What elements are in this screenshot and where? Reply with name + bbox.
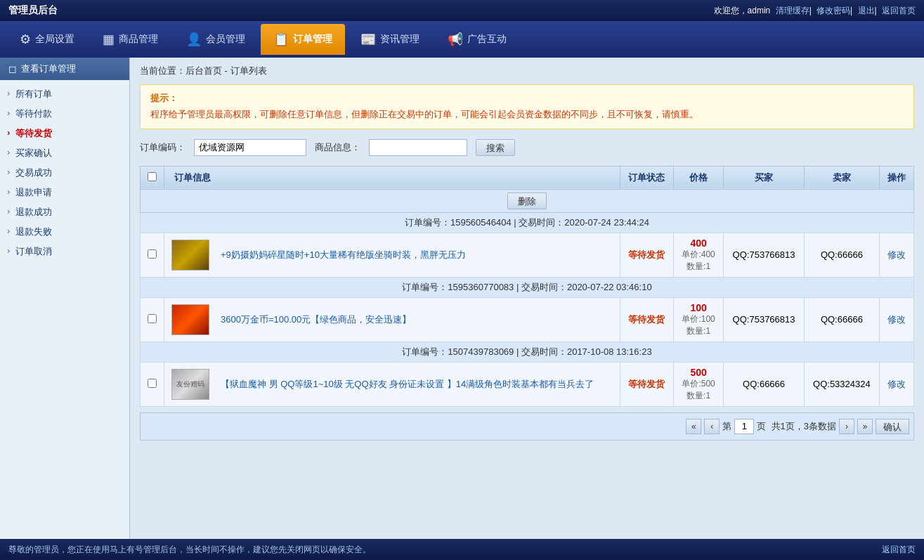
order-3-seller: QQ:53324324 bbox=[813, 379, 871, 389]
bottom-left-text: 尊敬的管理员，您正在使用马上有号管理后台，当长时间不操作，建议您先关闭网页以确保… bbox=[8, 544, 371, 556]
order-2-price: 100 bbox=[681, 302, 716, 313]
search-button[interactable]: 搜索 bbox=[476, 139, 515, 156]
order-2-edit-link[interactable]: 修改 bbox=[887, 314, 906, 325]
order-1-thumbnail bbox=[171, 240, 209, 271]
order-2-buyer-cell: QQ:753766813 bbox=[724, 297, 805, 341]
main-layout: ◻ 查看订单管理 所有订单 等待付款 等待发货 买家确认 交易成功 退款申请 退… bbox=[0, 58, 924, 539]
delete-button[interactable]: 删除 bbox=[507, 193, 547, 209]
nav-label-ad: 广告互动 bbox=[467, 33, 507, 46]
sidebar-item-refund-success[interactable]: 退款成功 bbox=[0, 202, 129, 222]
order-3-product-link[interactable]: 【狱血魔神 男 QQ等级1~10级 无QQ好友 身份证未设置 】14满级角色时装… bbox=[221, 378, 594, 391]
sidebar-item-all-orders[interactable]: 所有订单 bbox=[0, 84, 129, 104]
order-1-header-row: 订单编号：159560546404 | 交易时间：2020-07-24 23:4… bbox=[141, 212, 914, 233]
order-1-product-cell: +9奶摄奶妈碎星随时+10大量稀有绝版坐骑时装，黑胖无压力 bbox=[164, 233, 620, 277]
order-code-input[interactable] bbox=[194, 139, 306, 156]
page-total: 页 共1页，3条数据 bbox=[757, 420, 836, 433]
order-2-header-row: 订单编号：1595360770083 | 交易时间：2020-07-22 03:… bbox=[141, 277, 914, 297]
global-settings-icon: ⚙ bbox=[20, 32, 31, 47]
order-3-header-row: 订单编号：1507439783069 | 交易时间：2017-10-08 13:… bbox=[141, 341, 914, 362]
delete-btn-row: 删除 bbox=[141, 189, 914, 212]
page-label: 第 bbox=[722, 420, 731, 433]
breadcrumb: 当前位置：后台首页 - 订单列表 bbox=[140, 65, 914, 77]
nav-bar: ⚙ 全局设置 ▦ 商品管理 👤 会员管理 📋 订单管理 📰 资讯管理 📢 广告互… bbox=[0, 21, 924, 58]
col-checkbox bbox=[141, 166, 164, 189]
sidebar-item-buyer-confirm[interactable]: 买家确认 bbox=[0, 143, 129, 163]
nav-item-ad[interactable]: 📢 广告互动 bbox=[435, 24, 519, 55]
order-3-buyer-cell: QQ:66666 bbox=[724, 362, 805, 406]
order-2-status: 等待发货 bbox=[628, 314, 665, 325]
first-page-button[interactable]: « bbox=[686, 419, 701, 434]
order-1-quantity: 数量:1 bbox=[681, 261, 716, 273]
warning-text: 程序给予管理员最高权限，可删除任意订单信息，但删除正在交易中的订单，可能会引起会… bbox=[150, 108, 904, 122]
order-1-price-cell: 400 单价:400 数量:1 bbox=[673, 233, 723, 277]
goods-icon: ▦ bbox=[103, 32, 115, 47]
order-2-seller-cell: QQ:66666 bbox=[804, 297, 879, 341]
delete-row: 订单信息 订单状态 价格 买家 卖家 操作 删除 bbox=[140, 166, 914, 407]
welcome-text: 欢迎您，admin bbox=[714, 6, 771, 15]
sidebar-item-wait-ship[interactable]: 等待发货 bbox=[0, 124, 129, 143]
bottom-home-link[interactable]: 返回首页 bbox=[882, 544, 916, 556]
order-3-header-text: 订单编号：1507439783069 | 交易时间：2017-10-08 13:… bbox=[402, 346, 651, 357]
order-1-buyer-cell: QQ:753766813 bbox=[724, 233, 805, 277]
prev-page-button[interactable]: ‹ bbox=[704, 419, 720, 434]
order-3-status: 等待发货 bbox=[628, 379, 665, 389]
pagination-confirm-button[interactable]: 确认 bbox=[876, 419, 909, 434]
change-pwd-link[interactable]: 修改密码 bbox=[816, 6, 850, 15]
order-table: 订单信息 订单状态 价格 买家 卖家 操作 删除 bbox=[140, 166, 914, 407]
sidebar-item-wait-pay[interactable]: 等待付款 bbox=[0, 104, 129, 124]
logout-link[interactable]: 退出 bbox=[858, 6, 875, 15]
col-price: 价格 bbox=[673, 166, 723, 189]
ad-icon: 📢 bbox=[448, 32, 463, 47]
col-seller: 卖家 bbox=[804, 166, 879, 189]
order-3-checkbox[interactable] bbox=[148, 379, 157, 388]
nav-label-order: 订单管理 bbox=[293, 33, 332, 46]
sidebar: ◻ 查看订单管理 所有订单 等待付款 等待发货 买家确认 交易成功 退款申请 退… bbox=[0, 58, 130, 539]
page-number-input[interactable] bbox=[734, 419, 754, 434]
order-2-unit-price: 单价:100 bbox=[681, 313, 716, 325]
sidebar-item-refund-apply[interactable]: 退款申请 bbox=[0, 183, 129, 202]
order-2-product-cell: 3600万金币=100.00元【绿色商品，安全迅速】 bbox=[164, 297, 620, 341]
product-info-input[interactable] bbox=[369, 139, 467, 156]
nav-item-order[interactable]: 📋 订单管理 bbox=[261, 24, 345, 55]
order-1-edit-link[interactable]: 修改 bbox=[887, 249, 906, 260]
order-2-product-link[interactable]: 3600万金币=100.00元【绿色商品，安全迅速】 bbox=[221, 313, 411, 326]
order-3-checkbox-cell bbox=[141, 362, 164, 406]
nav-item-news[interactable]: 📰 资讯管理 bbox=[348, 24, 432, 55]
sidebar-item-refund-fail[interactable]: 退款失败 bbox=[0, 222, 129, 242]
col-buyer: 买家 bbox=[724, 166, 805, 189]
page-title: 管理员后台 bbox=[8, 4, 58, 17]
warning-title: 提示： bbox=[150, 92, 904, 105]
content-area: 当前位置：后台首页 - 订单列表 提示： 程序给予管理员最高权限，可删除任意订单… bbox=[130, 58, 924, 539]
last-page-button[interactable]: » bbox=[857, 419, 873, 434]
sidebar-item-trade-success[interactable]: 交易成功 bbox=[0, 163, 129, 183]
home-link[interactable]: 返回首页 bbox=[882, 6, 916, 15]
order-3-price: 500 bbox=[681, 367, 716, 378]
next-page-button[interactable]: › bbox=[839, 419, 854, 434]
sidebar-item-order-cancel[interactable]: 订单取消 bbox=[0, 242, 129, 261]
col-order-info: 订单信息 bbox=[164, 166, 620, 189]
order-1-product-link[interactable]: +9奶摄奶妈碎星随时+10大量稀有绝版坐骑时装，黑胖无压力 bbox=[221, 249, 466, 261]
order-3-price-cell: 500 单价:500 数量:1 bbox=[673, 362, 723, 406]
warning-box: 提示： 程序给予管理员最高权限，可删除任意订单信息，但删除正在交易中的订单，可能… bbox=[140, 84, 914, 129]
order-3-edit-link[interactable]: 修改 bbox=[887, 379, 906, 389]
order-2-thumbnail bbox=[171, 304, 209, 335]
order-2-buyer: QQ:753766813 bbox=[733, 314, 795, 325]
order-3-status-cell: 等待发货 bbox=[620, 362, 673, 406]
select-all-checkbox[interactable] bbox=[148, 172, 157, 181]
order-2-checkbox-cell bbox=[141, 297, 164, 341]
order-1-header-cell: 订单编号：159560546404 | 交易时间：2020-07-24 23:4… bbox=[141, 212, 914, 233]
top-links: 欢迎您，admin 清理缓存| 修改密码| 退出| 返回首页 bbox=[714, 5, 916, 17]
nav-item-goods[interactable]: ▦ 商品管理 bbox=[90, 24, 171, 55]
order-1-price: 400 bbox=[681, 237, 716, 249]
nav-item-global[interactable]: ⚙ 全局设置 bbox=[7, 24, 87, 55]
sidebar-header: ◻ 查看订单管理 bbox=[0, 58, 129, 80]
clear-cache-link[interactable]: 清理缓存 bbox=[776, 6, 809, 15]
order-2-checkbox[interactable] bbox=[148, 314, 157, 323]
order-1-checkbox[interactable] bbox=[148, 249, 157, 259]
nav-item-member[interactable]: 👤 会员管理 bbox=[174, 24, 258, 55]
order-2-seller: QQ:66666 bbox=[821, 314, 863, 325]
news-icon: 📰 bbox=[360, 32, 376, 47]
table-row: +9奶摄奶妈碎星随时+10大量稀有绝版坐骑时装，黑胖无压力 等待发货 400 单… bbox=[141, 233, 914, 277]
top-bar: 管理员后台 欢迎您，admin 清理缓存| 修改密码| 退出| 返回首页 bbox=[0, 0, 924, 21]
member-icon: 👤 bbox=[186, 32, 202, 47]
